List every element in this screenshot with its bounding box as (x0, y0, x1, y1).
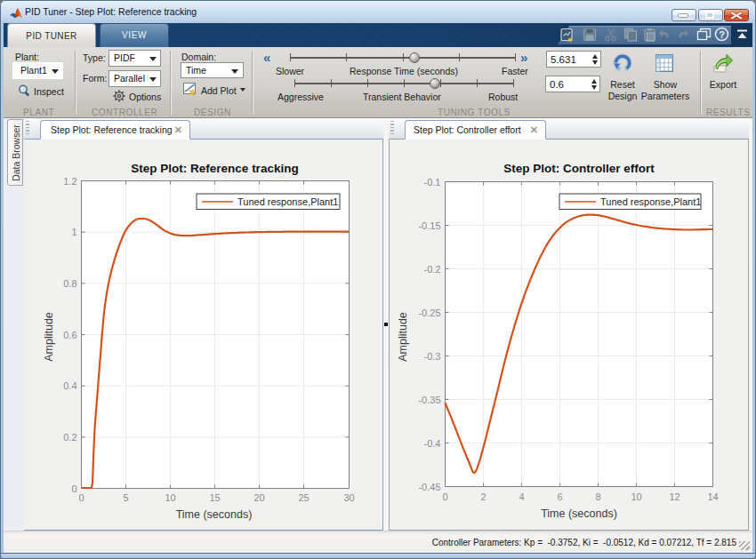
svg-text:Tuned response,Plant1: Tuned response,Plant1 (600, 196, 701, 207)
svg-text:0.2: 0.2 (63, 432, 76, 443)
svg-text:4: 4 (519, 491, 524, 502)
svg-text:Amplitude: Amplitude (43, 312, 55, 362)
svg-text:5: 5 (123, 492, 128, 503)
svg-text:-0.25: -0.25 (418, 307, 440, 318)
svg-text:0.4: 0.4 (63, 380, 76, 391)
svg-text:?: ? (719, 29, 725, 40)
svg-text:0.6: 0.6 (63, 330, 76, 340)
svg-text:-0.45: -0.45 (418, 482, 440, 492)
svg-text:Step Plot: Reference tracking: Step Plot: Reference tracking (131, 162, 298, 175)
svg-text:Step Plot: Controller effort: Step Plot: Controller effort (503, 162, 655, 175)
svg-text:15: 15 (209, 492, 220, 503)
svg-text:30: 30 (343, 492, 354, 503)
svg-text:-0.1: -0.1 (424, 177, 441, 188)
svg-text:8: 8 (595, 491, 600, 502)
svg-text:-0.35: -0.35 (418, 395, 440, 405)
svg-text:-0.4: -0.4 (424, 438, 441, 449)
svg-text:12: 12 (669, 491, 680, 502)
svg-text:-0.15: -0.15 (418, 220, 440, 231)
svg-text:0: 0 (71, 483, 76, 494)
svg-text:-0.3: -0.3 (424, 351, 441, 362)
svg-text:10: 10 (631, 491, 641, 502)
svg-text:1.2: 1.2 (63, 176, 76, 187)
svg-text:25: 25 (298, 492, 309, 503)
svg-text:20: 20 (253, 492, 264, 503)
svg-text:Amplitude: Amplitude (397, 312, 409, 362)
svg-text:0.8: 0.8 (63, 278, 76, 289)
svg-text:Tuned response,Plant1: Tuned response,Plant1 (237, 196, 338, 207)
svg-text:6: 6 (557, 491, 562, 502)
svg-text:14: 14 (707, 491, 718, 502)
svg-text:1: 1 (71, 227, 76, 237)
svg-text:Time (seconds): Time (seconds) (541, 507, 617, 520)
svg-text:2: 2 (480, 491, 486, 502)
svg-text:0: 0 (442, 491, 447, 502)
svg-text:-0.2: -0.2 (424, 264, 441, 275)
svg-text:10: 10 (165, 492, 175, 503)
svg-text:0: 0 (78, 492, 84, 503)
svg-text:Time (seconds): Time (seconds) (176, 508, 253, 521)
